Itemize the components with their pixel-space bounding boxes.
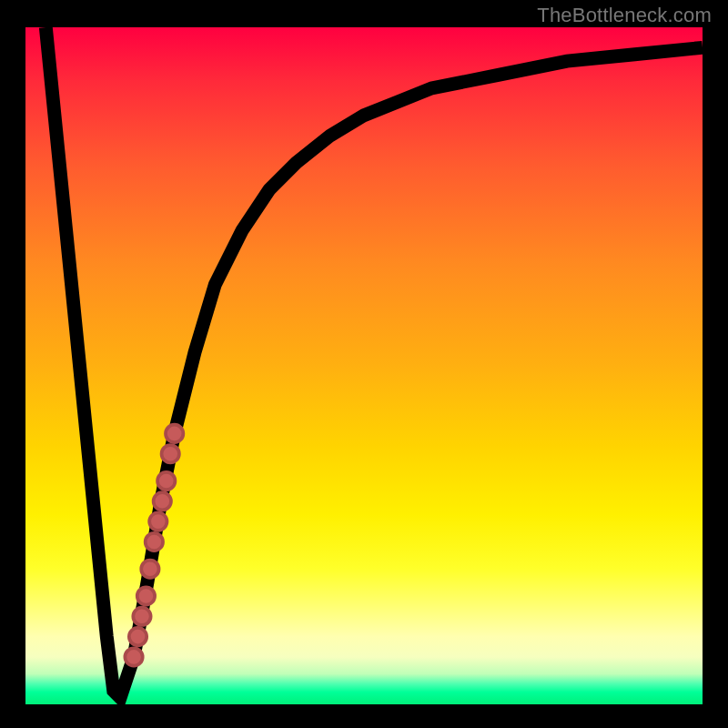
marker-point (125, 648, 142, 665)
highlighted-range-markers (125, 425, 183, 666)
marker-point (154, 492, 171, 510)
marker-point (149, 512, 167, 530)
marker-point (137, 587, 155, 604)
chart-svg (25, 27, 703, 704)
marker-point (166, 425, 183, 442)
attribution-text: TheBottleneck.com (537, 4, 712, 27)
marker-point (141, 561, 158, 578)
plot-frame (25, 27, 703, 704)
marker-point (146, 533, 163, 551)
plot-area (25, 27, 703, 704)
marker-point (129, 628, 147, 645)
marker-point (133, 608, 150, 625)
marker-point (162, 445, 179, 462)
marker-point (157, 472, 175, 490)
